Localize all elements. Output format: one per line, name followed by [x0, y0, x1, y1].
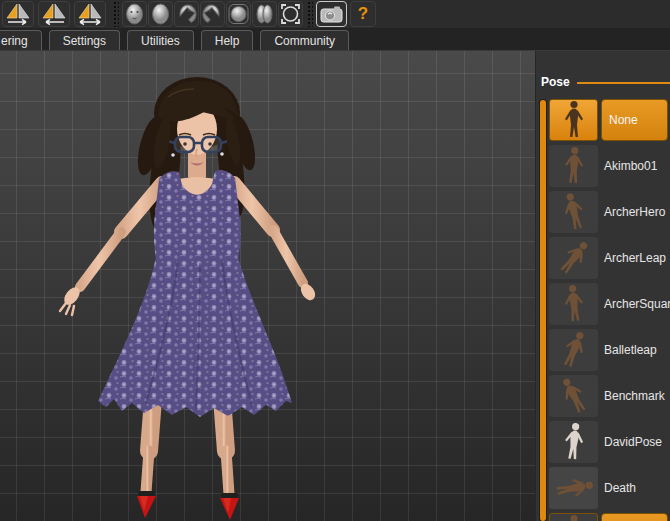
pose-selected-label-box: None	[601, 99, 668, 141]
pose-thumbnail	[549, 375, 598, 417]
pose-item-davidpose[interactable]: DavidPose	[549, 419, 670, 465]
pose-list: None Akimbo01 ArcherHero ArcherLeap	[549, 97, 670, 521]
pose-panel-title-rule	[577, 82, 670, 84]
pose-label: Benchmark	[604, 389, 665, 403]
zoom-to-fit-icon	[280, 3, 301, 25]
front-view-icon	[124, 3, 145, 25]
mirror-left-button[interactable]	[38, 1, 70, 27]
content-area: Pose	[0, 50, 670, 521]
pose-thumbnail	[549, 513, 598, 521]
pose-item-partial[interactable]	[549, 511, 670, 521]
pose-panel: Pose	[535, 51, 670, 521]
pose-panel-header: Pose	[536, 51, 670, 89]
side-views-button[interactable]	[252, 1, 277, 27]
front-view-button[interactable]	[122, 1, 147, 27]
toolbar-separator	[307, 1, 313, 27]
pose-label: ArcherHero	[604, 205, 665, 219]
help-button[interactable]: ?	[350, 1, 376, 27]
pose-item-archerleap[interactable]: ArcherLeap	[549, 235, 670, 281]
pose-item-balletleap[interactable]: Balletleap	[549, 327, 670, 373]
viewport-3d[interactable]	[0, 51, 535, 521]
pose-thumbnail	[549, 145, 598, 187]
pose-label: DavidPose	[604, 435, 662, 449]
pose-item-akimbo01[interactable]: Akimbo01	[549, 143, 670, 189]
pose-item-archerhero[interactable]: ArcherHero	[549, 189, 670, 235]
main-toolbar: ?	[0, 0, 670, 28]
pose-item-benchmark[interactable]: Benchmark	[549, 373, 670, 419]
tab-utilities[interactable]: Utilities	[127, 30, 194, 50]
pose-label: Akimbo01	[604, 159, 657, 173]
mirror-right-icon	[4, 2, 32, 26]
pose-panel-title: Pose	[541, 75, 570, 89]
pose-thumbnail	[549, 421, 598, 463]
tab-community[interactable]: Community	[260, 30, 349, 50]
pose-item-archersquare[interactable]: ArcherSquare	[549, 281, 670, 327]
pose-selected-label-box	[601, 513, 668, 521]
pose-item-death[interactable]: Death	[549, 465, 670, 511]
tab-rendering-cut[interactable]: ering	[0, 30, 42, 50]
pose-thumbnail	[549, 283, 598, 325]
pose-item-none[interactable]: None	[549, 97, 670, 143]
tab-settings[interactable]: Settings	[49, 30, 120, 50]
pose-list-scrollbar-track	[539, 99, 547, 521]
right-view-button[interactable]	[174, 1, 199, 27]
side-views-icon	[254, 3, 275, 25]
tab-help[interactable]: Help	[201, 30, 254, 50]
mirror-left-icon	[40, 2, 68, 26]
camera-icon	[319, 4, 344, 24]
left-view-icon	[202, 3, 223, 25]
pose-thumbnail	[549, 329, 598, 371]
mirror-both-icon	[76, 2, 104, 26]
toolbar-separator	[113, 1, 119, 27]
pose-thumbnail	[549, 99, 598, 141]
pose-thumbnail	[549, 191, 598, 233]
zoom-to-fit-button[interactable]	[278, 1, 303, 27]
pose-label: ArcherLeap	[604, 251, 666, 265]
mirror-both-button[interactable]	[74, 1, 106, 27]
main-tab-bar: ering Settings Utilities Help Community	[0, 28, 670, 50]
pose-label: ArcherSquare	[604, 297, 670, 311]
right-view-icon	[176, 3, 197, 25]
top-view-button[interactable]	[226, 1, 251, 27]
back-view-icon	[150, 3, 171, 25]
pose-thumbnail	[549, 467, 598, 509]
pose-list-scrollbar[interactable]	[540, 100, 546, 521]
mirror-right-button[interactable]	[2, 1, 34, 27]
character-model	[0, 51, 535, 521]
save-screenshot-button[interactable]	[316, 1, 347, 27]
back-view-button[interactable]	[148, 1, 173, 27]
pose-label: Balletleap	[604, 343, 657, 357]
help-icon: ?	[358, 4, 368, 24]
top-view-icon	[228, 3, 249, 25]
left-view-button[interactable]	[200, 1, 225, 27]
pose-label: Death	[604, 481, 636, 495]
pose-label: None	[609, 113, 638, 127]
pose-thumbnail	[549, 237, 598, 279]
